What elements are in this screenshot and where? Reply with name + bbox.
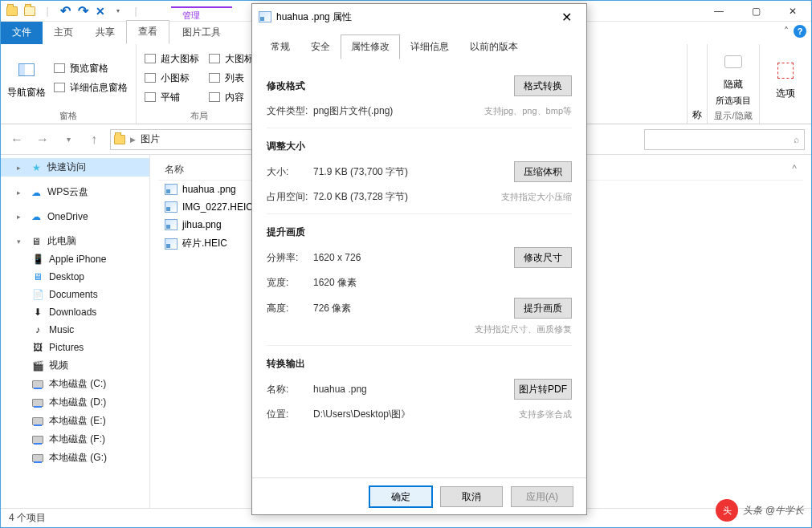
tab-general[interactable]: 常规 [260,35,300,59]
close-button[interactable]: ✕ [774,1,811,22]
phone-icon: 📱 [31,253,44,266]
cancel-button[interactable]: 取消 [440,486,503,507]
value-width: 1620 像素 [313,276,572,290]
chevron-right-icon[interactable]: ▶ [130,136,136,144]
nav-up-button[interactable]: ↑ [84,130,104,149]
dialog-tabs: 常规 安全 属性修改 详细信息 以前的版本 [252,30,586,59]
breadcrumb[interactable]: 图片 [141,132,160,146]
nav-pane-button[interactable]: 导航窗格 [6,47,47,108]
hide-button[interactable]: 隐藏 所选项目 [712,47,754,108]
image-file-icon [165,238,177,250]
hint-compress: 支持指定大小压缩 [501,191,572,203]
col-name[interactable]: 名称 [158,163,190,177]
watermark-logo-icon: 头 [716,499,738,522]
group-label-panes: 窗格 [6,108,131,122]
qat-separator: | [41,5,54,18]
qat-dropdown-icon[interactable]: ▾ [112,5,124,18]
item-count: 4 个项目 [9,511,46,525]
dialog-title: huahua .png 属性 [276,10,352,24]
tree-drive-g[interactable]: 本地磁盘 (G:) [1,449,149,467]
value-name: huahua .png [313,384,514,395]
layout-list[interactable]: 列表 [206,68,257,87]
enhance-button[interactable]: 提升画质 [514,298,572,319]
tree-drive-f[interactable]: 本地磁盘 (F:) [1,430,149,449]
image-file-icon [165,219,177,230]
value-filetype: png图片文件(.png) [313,104,484,118]
pc-icon: 🖥 [30,235,43,248]
ok-button[interactable]: 确定 [369,486,432,507]
maximize-button[interactable]: ▢ [737,1,774,22]
tree-downloads[interactable]: ⬇Downloads [1,303,149,321]
dialog-footer: 确定 取消 应用(A) [252,477,586,514]
navigation-pane[interactable]: ▸★快速访问 ▸☁WPS云盘 ▸☁OneDrive ▾🖥此电脑 📱Apple i… [1,155,150,508]
content-icon [209,92,220,102]
options-button[interactable]: 选项 [765,47,806,111]
label-width: 宽度: [267,276,313,290]
ribbon-group-options: 选项 [760,44,811,124]
nav-back-button[interactable]: ← [7,130,27,149]
nav-recent-dropdown[interactable]: ▾ [59,130,78,149]
tab-previous[interactable]: 以前的版本 [459,35,528,59]
redo-icon[interactable]: ↷ [76,5,89,18]
tab-file[interactable]: 文件 [1,22,43,44]
delete-icon[interactable]: ✕ [94,5,107,18]
tab-attr-modify[interactable]: 属性修改 [341,35,400,59]
dialog-close-button[interactable]: ✕ [553,6,580,28]
star-icon: ★ [30,161,43,174]
window-controls: — ▢ ✕ [700,1,811,22]
undo-icon[interactable]: ↶ [59,5,71,18]
tree-quick-access[interactable]: ▸★快速访问 [1,158,149,177]
tab-share[interactable]: 共享 [84,22,126,44]
tree-desktop[interactable]: 🖥Desktop [1,268,149,286]
tree-drive-e[interactable]: 本地磁盘 (E:) [1,412,149,430]
options-icon [773,58,798,83]
tree-drive-d[interactable]: 本地磁盘 (D:) [1,393,149,412]
quick-access-toolbar: | ↶ ↷ ✕ ▾ | [1,5,147,18]
ribbon-group-hide: 隐藏 所选项目 显示/隐藏 [708,44,760,124]
tab-picture-tools[interactable]: 图片工具 [171,22,232,44]
watermark-text: 头条 @牛学长 [743,504,804,518]
tree-drive-c[interactable]: 本地磁盘 (C:) [1,375,149,393]
tree-apple-iphone[interactable]: 📱Apple iPhone [1,250,149,268]
to-pdf-button[interactable]: 图片转PDF [514,379,572,400]
layout-tiles[interactable]: 平铺 [141,87,202,107]
section-format: 修改格式 [267,79,305,93]
minimize-button[interactable]: — [700,1,737,22]
tree-this-pc[interactable]: ▾🖥此电脑 [1,232,149,250]
tree-pictures[interactable]: 🖼Pictures [1,339,149,356]
tab-details[interactable]: 详细信息 [400,35,459,59]
resize-button[interactable]: 修改尺寸 [514,247,572,268]
help-icon[interactable]: ? [794,25,806,38]
layout-xlarge[interactable]: 超大图标 [141,49,202,68]
tree-videos[interactable]: 🎬视频 [1,356,149,375]
section-resize: 调整大小 [267,140,572,153]
address-folder-icon [114,135,125,144]
layout-large[interactable]: 大图标 [206,49,257,68]
details-pane-button[interactable]: 详细信息窗格 [51,78,131,97]
tree-wps-cloud[interactable]: ▸☁WPS云盘 [1,183,149,201]
apply-button[interactable]: 应用(A) [511,486,573,507]
drive-icon [31,378,44,391]
watermark: 头 头条 @牛学长 [716,499,804,522]
music-icon: ♪ [31,323,44,336]
value-resolution: 1620 x 726 [313,252,514,263]
tab-view[interactable]: 查看 [126,20,169,44]
preview-pane-button[interactable]: 预览窗格 [51,59,131,78]
tab-home[interactable]: 主页 [43,22,84,44]
pictures-icon: 🖼 [31,341,44,354]
layout-small[interactable]: 小图标 [141,68,202,87]
value-ondisk: 72.0 KB (73,728 字节) [313,190,501,204]
tree-music[interactable]: ♪Music [1,321,149,339]
layout-content[interactable]: 内容 [206,87,257,107]
compress-button[interactable]: 压缩体积 [514,161,572,182]
search-input[interactable]: ⌕ [644,129,805,150]
label-ondisk: 占用空间: [267,190,313,204]
format-convert-button[interactable]: 格式转换 [514,75,572,96]
col-sort-icon[interactable]: ^ [785,163,803,177]
collapse-ribbon-icon[interactable]: ˄ [784,26,789,37]
tree-documents[interactable]: 📄Documents [1,286,149,303]
tree-onedrive[interactable]: ▸☁OneDrive [1,208,149,225]
tab-security[interactable]: 安全 [300,35,341,59]
group-label-layout: 布局 [141,108,257,122]
nav-forward-button[interactable]: → [33,130,52,149]
